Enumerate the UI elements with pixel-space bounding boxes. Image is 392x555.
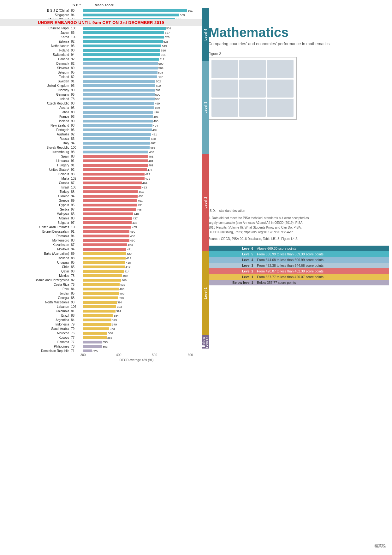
country-name: Denmark <box>3 62 71 65</box>
table-row: Luxembourg98483 <box>3 150 202 154</box>
mean-label: 508 <box>158 71 163 74</box>
mean-label: 368 <box>108 331 113 335</box>
bar-container: 393 <box>83 305 202 308</box>
table-row: United Arab Emirates106435 <box>3 225 202 229</box>
bar-container: 353 <box>83 340 202 343</box>
sd-value: 102 <box>71 177 83 180</box>
country-name: Chile <box>3 265 71 269</box>
country-name: Latvia <box>3 110 71 114</box>
table-row: Baku (Azerbaijan)89420 <box>3 251 202 256</box>
mean-label: 523 <box>163 40 169 43</box>
bar-container: 496 <box>83 110 202 114</box>
table-row: North Macedonia93394 <box>3 300 202 304</box>
bar <box>83 266 125 268</box>
bar <box>83 45 161 47</box>
country-name: B-S-J-Z (China) <box>3 9 71 12</box>
legend-level: Level 4 <box>208 257 255 263</box>
bar-container: 516 <box>83 49 202 52</box>
bar-container: 435 <box>83 225 202 229</box>
bar <box>83 208 136 211</box>
bar <box>83 62 158 65</box>
country-name: Hungary <box>3 164 71 167</box>
mean-label: 436 <box>132 221 137 224</box>
table-row: Mexico78409 <box>3 273 202 278</box>
mean-label: 495 <box>153 115 158 118</box>
mean-label: 509 <box>158 62 163 65</box>
sd-value: 86 <box>71 137 83 140</box>
table-row: Uruguay85418 <box>3 260 202 265</box>
table-row: Australia92491 <box>3 132 202 136</box>
bar <box>83 173 145 176</box>
bar-container: 440 <box>83 212 202 215</box>
table-row: Finland82507 <box>3 75 202 79</box>
bar <box>83 190 138 193</box>
bar <box>83 288 119 290</box>
table-row: Dominican Republic71325 <box>3 349 202 353</box>
legend-table: Level 6Above 669.30 score pointsLevel 5F… <box>208 246 389 285</box>
country-name: United States¹ <box>3 168 71 171</box>
country-name: New Zealand <box>3 124 71 127</box>
chart-rows: B-S-J-Z (China)80591Singapore94569Macao … <box>3 8 202 353</box>
table-row: Costa Rica75402 <box>3 282 202 287</box>
sd-value: 79 <box>71 323 83 326</box>
mean-label: 417 <box>126 265 131 269</box>
country-name: Ireland <box>3 97 71 101</box>
country-name: Israel <box>3 186 71 189</box>
bar <box>83 151 148 153</box>
bar-container: 430 <box>83 239 202 242</box>
country-name: Costa Rica <box>3 283 71 286</box>
legend-row: Level 6Above 669.30 score points <box>208 246 389 251</box>
country-name: Netherlands¹ <box>3 44 71 48</box>
mean-label: 451 <box>138 203 143 207</box>
bar-container: 419 <box>83 256 202 260</box>
country-name: Bosnia and Herzegovina <box>3 278 71 282</box>
bar-container: 502 <box>83 84 202 87</box>
bar-container: 402 <box>83 283 202 286</box>
table-row: Sweden91502 <box>3 79 202 83</box>
sd-value: 96 <box>71 128 83 132</box>
table-row: Indonesia79379 <box>3 322 202 326</box>
sd-value: 94 <box>71 141 83 145</box>
bar-container: 531 <box>83 27 202 30</box>
table-row: Slovenia89509 <box>3 66 202 70</box>
legend-level: Level 6 <box>208 246 255 251</box>
mean-label: 379 <box>112 323 117 326</box>
country-name: Argentina <box>3 318 71 322</box>
sd-value: 84 <box>71 318 83 322</box>
mean-label: 472 <box>145 172 150 176</box>
sd-value: 90 <box>71 119 83 123</box>
bar-container: 373 <box>83 327 202 330</box>
mean-label: 353 <box>103 340 108 344</box>
sd-value: 93 <box>71 115 83 118</box>
country-name: Philippines <box>3 345 71 348</box>
sd-value: 77 <box>71 340 83 344</box>
mean-label: 492 <box>152 128 157 132</box>
bar-container: 487 <box>83 141 202 145</box>
axis-tick: 300 <box>80 353 86 357</box>
bar-container: 486 <box>83 146 202 149</box>
bar <box>83 14 179 16</box>
mean-label: 366 <box>107 336 112 339</box>
axis-tick: 500 <box>152 353 157 357</box>
table-row: Serbia97448 <box>3 207 202 212</box>
bar <box>83 36 164 39</box>
bar-container: 423 <box>83 243 202 246</box>
table-row: Denmark82509 <box>3 61 202 66</box>
legend-row: Below level 1Below 357.77 score points <box>208 280 389 285</box>
mean-label: 496 <box>154 110 159 114</box>
country-name: Australia <box>3 133 71 136</box>
table-row: Korea100526 <box>3 35 202 39</box>
mean-label: 481 <box>148 155 153 158</box>
table-row: Portugal¹96492 <box>3 128 202 132</box>
bar <box>83 177 145 180</box>
bar <box>83 323 111 326</box>
sd-value: 83 <box>71 217 83 220</box>
sd-value: 82 <box>71 40 83 43</box>
sd-value: 89 <box>71 252 83 255</box>
right-panel: Mathematics Comparing countries' and eco… <box>202 0 392 365</box>
bar-container: 481 <box>83 155 202 158</box>
table-row: Malaysia83440 <box>3 212 202 216</box>
mean-label: 569 <box>180 13 185 17</box>
table-row: Montenegro83430 <box>3 238 202 242</box>
mean-label: 448 <box>137 208 142 211</box>
